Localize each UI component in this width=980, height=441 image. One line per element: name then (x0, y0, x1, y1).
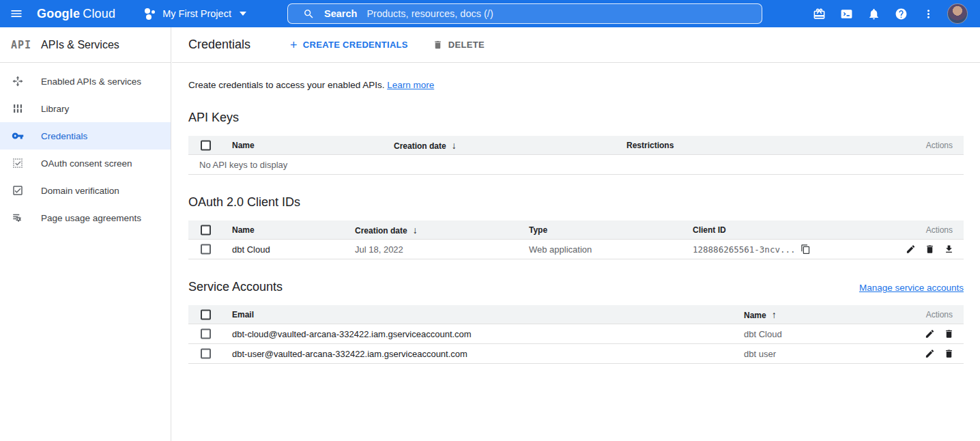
client-id-text: 128886265561-3ncv... (693, 244, 796, 255)
table-row: dbt Cloud Jul 18, 2022 Web application 1… (188, 240, 964, 259)
api-keys-empty-row: No API keys to display (188, 155, 964, 175)
usage-agreements-icon (11, 211, 25, 225)
api-keys-table: Name Creation date↓ Restrictions Actions… (188, 136, 964, 175)
table-row: dbt-user@vaulted-arcana-332422.iam.gserv… (188, 344, 964, 364)
manage-service-accounts-link[interactable]: Manage service accounts (859, 283, 964, 293)
select-all-checkbox[interactable] (201, 140, 211, 150)
library-icon (11, 102, 25, 115)
page-header: Credentials + CREATE CREDENTIALS DELETE (172, 27, 980, 63)
sidebar-item-label: Enabled APIs & services (41, 76, 141, 87)
sidebar-item-label: Domain verification (41, 186, 119, 196)
service-account-email: dbt-user@vaulted-arcana-332422.iam.gserv… (232, 349, 467, 359)
column-header-restrictions[interactable]: Restrictions (626, 141, 674, 150)
trash-icon[interactable] (925, 244, 935, 255)
column-header-creation-date[interactable]: Creation date↓ (355, 225, 418, 236)
row-checkbox[interactable] (201, 329, 211, 339)
row-actions (925, 349, 954, 359)
topbar: GoogleCloud My First Project Search Prod… (0, 0, 980, 27)
create-credentials-button[interactable]: + CREATE CREDENTIALS (290, 39, 408, 51)
project-selector[interactable]: My First Project (144, 8, 246, 20)
hamburger-menu-icon[interactable] (0, 0, 33, 27)
column-header-actions: Actions (926, 310, 953, 319)
logo-cloud-text: Cloud (83, 7, 115, 20)
google-cloud-logo[interactable]: GoogleCloud (37, 7, 115, 21)
key-icon (11, 129, 25, 143)
service-account-name: dbt user (744, 349, 776, 359)
row-actions (906, 244, 954, 255)
more-vertical-icon[interactable] (914, 0, 942, 27)
gift-icon[interactable] (805, 0, 833, 27)
learn-more-link[interactable]: Learn more (387, 80, 434, 90)
search-placeholder: Products, resources, docs (/) (366, 8, 493, 19)
delete-button[interactable]: DELETE (433, 40, 485, 50)
service-accounts-heading: Service Accounts (188, 280, 283, 294)
chevron-down-icon (240, 12, 246, 16)
column-header-client-id[interactable]: Client ID (693, 225, 726, 235)
column-header-type[interactable]: Type (529, 225, 547, 235)
sidebar-item-page-usage-agreements[interactable]: Page usage agreements (0, 204, 171, 231)
project-dots-icon (144, 8, 156, 20)
service-accounts-header-row: Email Name↑ Actions (188, 305, 964, 324)
oauth-clients-table: Name Creation date↓ Type Client ID Actio… (188, 220, 964, 259)
plus-icon: + (290, 39, 298, 51)
edit-pencil-icon[interactable] (925, 329, 935, 339)
client-creation-date: Jul 18, 2022 (355, 244, 403, 255)
sidebar-header: API APIs & Services (0, 27, 171, 63)
intro-sentence: Create credentials to access your enable… (188, 80, 384, 90)
sidebar-item-label: Page usage agreements (41, 213, 141, 223)
sidebar-item-label: Credentials (41, 131, 87, 141)
sidebar-item-domain-verification[interactable]: Domain verification (0, 177, 171, 204)
column-header-name[interactable]: Name (232, 225, 255, 235)
column-header-email[interactable]: Email (232, 310, 254, 319)
client-type: Web application (529, 244, 592, 255)
avatar[interactable] (947, 3, 968, 24)
sidebar-item-credentials[interactable]: Credentials (0, 122, 171, 150)
column-header-name[interactable]: Name↑ (744, 309, 777, 320)
column-header-name[interactable]: Name (232, 141, 255, 150)
topbar-actions (805, 0, 980, 27)
search-icon (303, 8, 315, 20)
select-all-checkbox[interactable] (201, 309, 211, 319)
trash-icon[interactable] (944, 349, 954, 359)
edit-pencil-icon[interactable] (925, 349, 935, 359)
consent-screen-icon (11, 156, 25, 170)
client-name: dbt Cloud (232, 244, 270, 255)
help-icon[interactable] (887, 0, 914, 27)
service-account-name: dbt Cloud (744, 329, 782, 339)
main-content: Create credentials to access your enable… (172, 63, 980, 441)
download-icon[interactable] (944, 244, 954, 255)
empty-message: No API keys to display (199, 160, 287, 170)
edit-pencil-icon[interactable] (906, 244, 916, 255)
intro-text: Create credentials to access your enable… (188, 80, 964, 90)
row-checkbox[interactable] (201, 349, 211, 359)
cloud-shell-icon[interactable] (833, 0, 860, 27)
copy-icon[interactable] (801, 244, 811, 255)
sidebar-item-enabled-apis[interactable]: Enabled APIs & services (0, 68, 171, 95)
domain-verification-icon (11, 184, 25, 197)
row-checkbox[interactable] (201, 244, 211, 255)
service-account-email: dbt-cloud@vaulted-arcana-332422.iam.gser… (232, 329, 472, 339)
column-header-actions: Actions (926, 225, 953, 235)
table-row: dbt-cloud@vaulted-arcana-332422.iam.gser… (188, 324, 964, 344)
trash-icon[interactable] (944, 329, 954, 339)
column-header-actions: Actions (926, 141, 953, 150)
sidebar-item-oauth-consent[interactable]: OAuth consent screen (0, 150, 171, 177)
sidebar-item-label: Library (41, 104, 69, 114)
select-all-checkbox[interactable] (201, 225, 211, 235)
client-id-value: 128886265561-3ncv... (693, 244, 811, 255)
enabled-apis-icon (11, 74, 25, 88)
trash-icon (433, 40, 443, 50)
search-input[interactable]: Search Products, resources, docs (/) (287, 3, 762, 24)
sort-desc-icon: ↓ (413, 225, 418, 236)
api-product-icon: API (11, 39, 31, 51)
sidebar-title: APIs & Services (41, 39, 119, 51)
oauth-header-row: Name Creation date↓ Type Client ID Actio… (188, 220, 964, 240)
sort-asc-icon: ↑ (772, 309, 777, 320)
notifications-bell-icon[interactable] (860, 0, 887, 27)
sidebar-item-library[interactable]: Library (0, 95, 171, 122)
sidebar: API APIs & Services Enabled APIs & servi… (0, 27, 171, 441)
project-name: My First Project (162, 8, 231, 19)
sort-desc-icon: ↓ (452, 140, 457, 151)
column-header-creation-date[interactable]: Creation date↓ (394, 140, 457, 151)
sidebar-nav: Enabled APIs & services Library Credenti… (0, 63, 171, 231)
